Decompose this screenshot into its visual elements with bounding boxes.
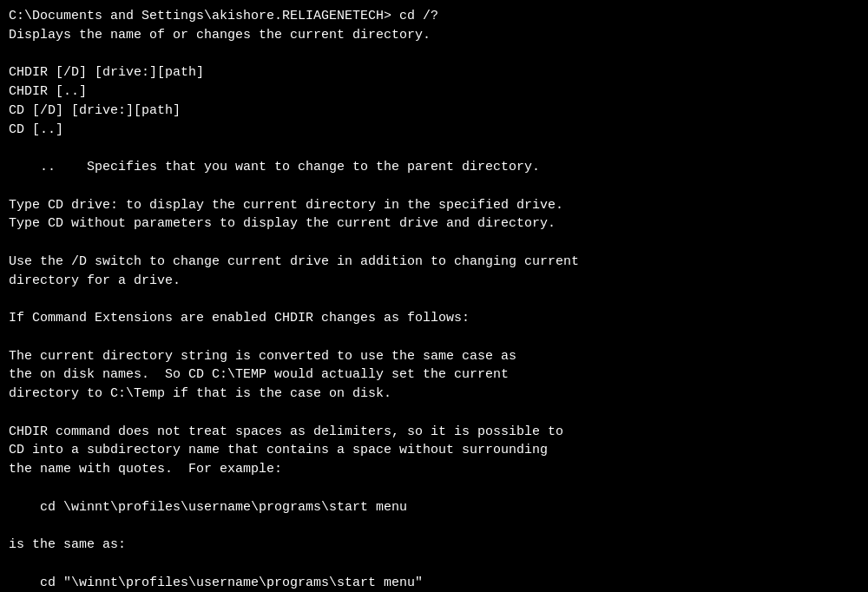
terminal-output: C:\Documents and Settings\akishore.RELIA… [9, 7, 859, 592]
